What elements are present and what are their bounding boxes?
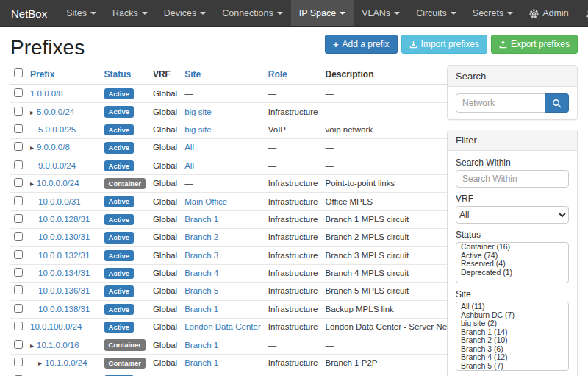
column-header-site[interactable]: Site	[181, 64, 265, 85]
site-link[interactable]: big site	[184, 125, 211, 134]
table-row: 10.0.0.134/31ActiveGlobalBranch 4Infrast…	[10, 264, 471, 282]
search-within-input[interactable]	[456, 170, 569, 188]
nav-item-label: Circuits	[416, 8, 447, 18]
prefix-link[interactable]: 10.0.0.134/31	[38, 269, 90, 277]
row-checkbox[interactable]	[14, 358, 23, 366]
export-prefixes-button[interactable]: Export prefixes	[491, 35, 578, 54]
status-badge: Active	[104, 124, 135, 135]
row-checkbox[interactable]	[14, 232, 23, 241]
chevron-down-icon	[277, 12, 283, 15]
prefix-link[interactable]: 10.0.0.0/24	[37, 179, 79, 188]
site-link[interactable]: All	[184, 143, 194, 152]
site-link[interactable]: big site	[184, 107, 211, 116]
prefix-link[interactable]: 10.0.0.128/31	[38, 215, 90, 224]
vrf-cell: Global	[149, 210, 181, 228]
site-link[interactable]: Branch 1	[184, 341, 218, 350]
prefix-link[interactable]: 9.0.0.0/8	[37, 143, 70, 152]
site-link[interactable]: Branch 3	[184, 251, 218, 260]
prefix-link[interactable]: 10.0.100.0/24	[30, 322, 82, 331]
app-brand[interactable]: NetBox	[0, 0, 58, 26]
search-input-group	[456, 93, 569, 113]
prefix-link[interactable]: 1.0.0.0/8	[30, 89, 63, 98]
search-button[interactable]	[545, 93, 569, 113]
search-input[interactable]	[456, 93, 545, 113]
row-checkbox[interactable]	[14, 285, 23, 294]
row-checkbox[interactable]	[14, 88, 23, 97]
row-checkbox[interactable]	[14, 268, 23, 277]
status-badge: Active	[104, 322, 135, 333]
prefix-link[interactable]: 10.0.0.132/31	[38, 251, 90, 260]
row-checkbox[interactable]	[14, 196, 23, 205]
site-link[interactable]: Branch 1	[184, 358, 218, 367]
site-link[interactable]: Branch 1	[184, 305, 218, 313]
row-checkbox[interactable]	[14, 107, 23, 116]
status-filter-list[interactable]: Container (16)Active (74)Reserved (4)Dep…	[456, 242, 569, 283]
row-checkbox[interactable]	[14, 142, 23, 151]
site-filter-option[interactable]: big site (2)	[456, 319, 568, 328]
nav-item-circuits[interactable]: Circuits	[408, 0, 465, 26]
table-row: 10.0.0.128/31ActiveGlobalBranch 1Infrast…	[10, 210, 471, 228]
import-prefixes-button[interactable]: Import prefixes	[401, 35, 487, 54]
site-link[interactable]: Branch 4	[184, 269, 218, 277]
site-filter-option[interactable]: London Data Center (9)	[456, 370, 568, 371]
nav-item-devices[interactable]: Devices	[156, 0, 214, 26]
nav-item-sites[interactable]: Sites	[58, 0, 104, 26]
site-filter-option[interactable]: Branch 4 (12)	[456, 353, 568, 362]
row-checkbox[interactable]	[14, 160, 23, 169]
column-header-role[interactable]: Role	[265, 64, 322, 85]
vrf-select[interactable]: All	[456, 206, 569, 224]
vrf-cell: Global	[149, 354, 181, 372]
export-icon	[499, 40, 507, 49]
add-prefix-button[interactable]: + Add a prefix	[325, 35, 398, 54]
site-link[interactable]: All	[184, 161, 194, 170]
site-filter-option[interactable]: All (11)	[456, 302, 568, 311]
site-link[interactable]: Branch 1	[184, 215, 218, 224]
site-filter-list[interactable]: All (11)Ashburn DC (7)big site (2)Branch…	[456, 302, 569, 371]
site-link[interactable]: Branch 2	[184, 233, 218, 241]
row-checkbox[interactable]	[14, 214, 23, 223]
nav-item-ip-space[interactable]: IP Space	[291, 0, 354, 26]
chevron-down-icon	[142, 12, 148, 15]
prefix-link[interactable]: 5.0.0.0/25	[38, 125, 76, 134]
site-cell: —	[181, 85, 265, 103]
status-filter-option[interactable]: Reserved (4)	[456, 260, 568, 269]
nav-item-vlans[interactable]: VLANs	[354, 0, 408, 26]
status-badge: Active	[104, 106, 135, 117]
table-row: 5.0.0.0/25ActiveGlobalbig siteVoIPvoip n…	[10, 121, 471, 138]
status-filter-option[interactable]: Container (16)	[456, 243, 568, 252]
status-badge: Active	[104, 160, 135, 171]
site-link[interactable]: Branch 5	[184, 286, 218, 295]
row-checkbox[interactable]	[14, 178, 23, 187]
row-checkbox[interactable]	[14, 124, 23, 133]
site-filter-option[interactable]: Branch 2 (10)	[456, 336, 568, 345]
prefix-link[interactable]: 5.0.0.0/24	[37, 107, 74, 116]
row-checkbox[interactable]	[14, 304, 23, 313]
nav-item-racks[interactable]: Racks	[104, 0, 156, 26]
prefix-link[interactable]: 10.1.0.0/16	[37, 341, 79, 350]
role-cell: —	[265, 157, 322, 174]
select-all-checkbox[interactable]	[14, 68, 23, 77]
role-cell: Infrastructure	[265, 283, 322, 300]
prefix-link[interactable]: 10.0.0.0/31	[38, 197, 81, 206]
prefix-link[interactable]: 9.0.0.0/24	[38, 161, 76, 170]
prefix-link[interactable]: 10.0.0.138/31	[38, 305, 90, 313]
plus-icon: +	[333, 40, 339, 49]
site-link[interactable]: London Data Center	[184, 322, 261, 331]
nav-item-secrets[interactable]: Secrets	[465, 0, 521, 26]
admin-link[interactable]: Admin	[521, 0, 576, 26]
page-content: Prefixes + Add a prefix Import prefixes …	[0, 27, 588, 376]
status-filter-option[interactable]: Deprecated (1)	[456, 269, 568, 277]
status-badge: Active	[104, 142, 135, 153]
column-header-status[interactable]: Status	[101, 64, 149, 85]
filter-panel-body: Search Within VRF All Status Container (…	[448, 151, 577, 376]
row-checkbox[interactable]	[14, 340, 23, 349]
prefix-link[interactable]: 10.1.0.0/24	[45, 358, 87, 367]
profile-link[interactable]: Profile	[577, 0, 588, 26]
row-checkbox[interactable]	[14, 250, 23, 259]
row-checkbox[interactable]	[14, 322, 23, 330]
nav-item-connections[interactable]: Connections	[214, 0, 291, 26]
prefix-link[interactable]: 10.0.0.136/31	[38, 286, 90, 295]
prefix-link[interactable]: 10.0.0.130/31	[38, 233, 90, 241]
column-header-prefix[interactable]: Prefix	[26, 64, 101, 85]
site-link[interactable]: Main Office	[184, 197, 227, 206]
